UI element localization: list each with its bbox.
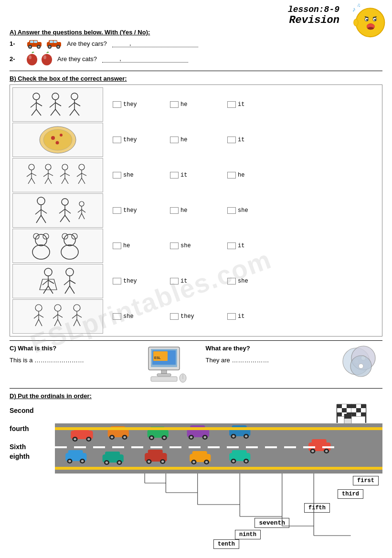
road-dashes [55,446,339,448]
svg-rect-156 [342,404,347,408]
race-area: first third fifth seventh ninth tenth [55,402,382,558]
svg-point-31 [42,54,52,65]
divider-bc [10,340,382,341]
img-box-2 [12,123,103,157]
svg-line-65 [48,173,53,176]
svg-point-52 [43,129,72,150]
img-animals [22,231,94,262]
svg-point-101 [32,245,50,259]
svg-rect-158 [337,408,342,412]
svg-rect-144 [151,377,177,381]
choice-2-he: he [170,137,218,143]
svg-rect-223 [148,450,163,455]
svg-rect-241 [312,439,327,445]
checkbox-6-they[interactable] [113,278,121,284]
svg-point-207 [232,435,235,438]
svg-line-109 [48,280,54,284]
section-b-content: they he it they he [10,84,382,337]
checkbox-5-she[interactable] [170,242,179,249]
img-pizza [36,125,79,156]
svg-rect-15 [30,41,33,43]
svg-point-225 [148,461,150,463]
checkbox-7-she[interactable] [113,313,121,320]
section-d-content: Second fourth Sixth eighth [10,402,382,558]
checkbox-7-they[interactable] [170,313,179,320]
car-icon-2 [45,38,63,49]
choice-1-it: it [227,101,275,108]
checkbox-4-he[interactable] [170,207,179,214]
svg-point-185 [87,438,90,441]
svg-rect-174 [361,412,366,416]
svg-line-117 [65,286,70,294]
checkbox-6-it[interactable] [170,278,179,284]
checkbox-5-it[interactable] [227,242,236,249]
svg-line-135 [74,319,77,326]
divider-cd [10,388,382,389]
section-d: D) Put the ordinals in order: Second fou… [10,392,382,558]
checkbox-2-they[interactable] [113,137,121,143]
section-c-answer-left-text: This is a …………………… [10,357,84,364]
svg-point-28 [57,46,59,48]
svg-rect-23 [50,41,53,43]
svg-line-50 [74,109,79,116]
svg-point-86 [62,199,68,205]
choice-1-he: he [170,101,218,108]
checkbox-3-she[interactable] [113,172,121,179]
header-block: lesson:8-9 Revision [10,5,382,26]
q1-answer-line: , [112,40,198,47]
q1-text: Are they cars? [67,40,107,47]
choice-row-2: they he it [113,123,380,157]
svg-line-76 [77,173,82,177]
svg-line-108 [42,280,48,285]
section-d-title: D) Put the ordinals in order: [10,392,382,400]
svg-line-116 [70,280,75,284]
svg-rect-142 [161,370,167,374]
svg-point-195 [150,437,153,439]
checkbox-4-they[interactable] [113,207,121,214]
svg-rect-170 [356,408,361,412]
svg-rect-169 [351,408,356,412]
cds-img [339,345,382,382]
choice-6-it: it [170,278,218,284]
ordinal-eighth: eighth [10,453,55,460]
svg-line-79 [82,178,85,184]
svg-point-189 [111,436,114,439]
svg-point-68 [62,164,68,170]
car-icon-1 [25,38,43,49]
svg-line-37 [32,109,36,116]
svg-line-118 [70,286,74,294]
svg-point-39 [52,93,59,100]
choice-2-it: it [227,137,275,143]
checkbox-1-he[interactable] [170,101,179,108]
svg-rect-155 [337,404,342,408]
svg-line-49 [70,109,74,116]
svg-line-130 [58,319,61,326]
svg-line-71 [65,173,70,176]
choice-row-1: they he it [113,87,380,122]
svg-line-77 [82,173,86,176]
section-c-title-left: C) What is this? [10,345,134,352]
svg-line-124 [39,319,42,326]
checkbox-1-they[interactable] [113,101,121,108]
svg-point-106 [44,268,52,276]
svg-line-123 [35,319,39,326]
svg-line-94 [78,210,82,212]
checkbox-2-it[interactable] [227,137,236,143]
revision-title: Revision [10,14,339,26]
question-2-row: 2- Are they cats? , [10,52,382,66]
checkbox-6-she[interactable] [227,278,236,284]
choice-7-she: she [113,313,160,320]
checkbox-3-he[interactable] [227,172,236,179]
svg-point-26 [49,46,51,48]
checkbox-2-he[interactable] [170,137,179,143]
checkbox-1-it[interactable] [227,101,236,108]
svg-point-3 [366,19,368,21]
checkbox-5-he[interactable] [113,242,121,249]
checkbox-3-it[interactable] [170,172,179,179]
checkbox-4-she[interactable] [227,207,236,214]
svg-line-134 [77,315,82,317]
svg-line-96 [79,213,82,219]
choice-7-it: it [227,313,275,320]
svg-line-67 [48,178,52,184]
checkbox-7-it[interactable] [227,313,236,320]
